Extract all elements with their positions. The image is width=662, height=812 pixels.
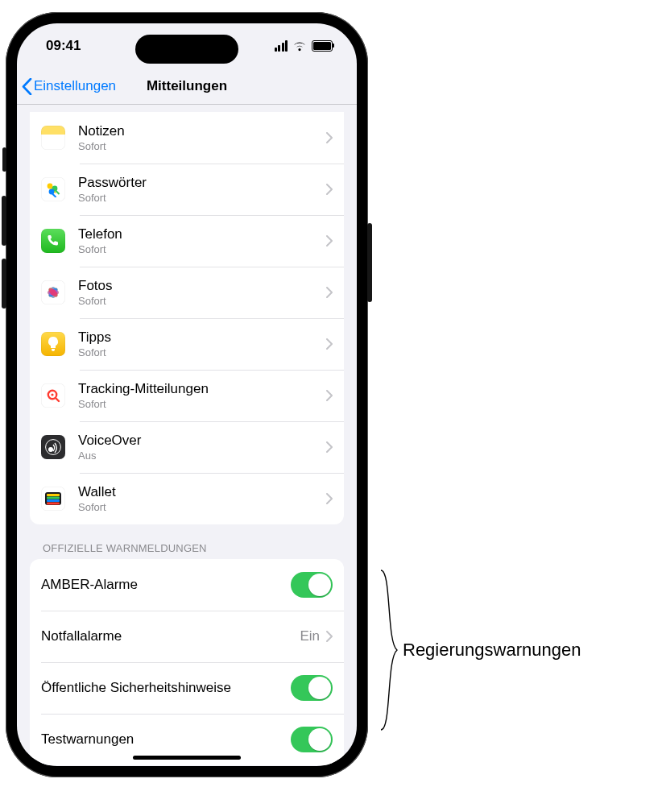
chevron-right-icon [326,287,333,298]
battery-icon [312,40,333,52]
app-row-notizen[interactable]: Notizen Sofort [30,112,344,164]
row-label: Öffentliche Sicherheitshinweise [41,677,291,699]
app-row-tipps[interactable]: Tipps Sofort [30,318,344,370]
public-safety-toggle[interactable] [291,675,333,701]
row-label: AMBER-Alarme [41,574,291,596]
voiceover-icon [41,435,65,459]
tracking-icon [41,383,65,408]
passwords-icon [41,177,65,201]
app-name: Telefon [78,226,326,242]
status-time: 09:41 [46,38,81,54]
app-status: Sofort [78,192,326,204]
app-row-voiceover[interactable]: VoiceOver Aus [30,421,344,473]
app-status: Aus [78,450,326,462]
settings-content: Notizen Sofort Passwörter Sofort [17,104,357,766]
app-row-wallet[interactable]: Wallet Sofort [30,473,344,524]
wifi-icon [292,41,307,52]
back-label: Einstellungen [34,78,116,94]
back-button[interactable]: Einstellungen [22,68,116,104]
app-name: Tracking-Mitteilungen [78,381,326,397]
app-name: Tipps [78,329,326,346]
annotation-callout: Regierungswarnungen [380,570,581,731]
dynamic-island [135,35,238,64]
row-label: Notfallalarme [41,625,300,648]
app-name: VoiceOver [78,433,326,449]
brace-icon [380,570,398,731]
svg-point-0 [48,184,53,189]
chevron-left-icon [22,78,32,95]
svg-rect-22 [47,503,60,505]
svg-point-4 [49,189,55,195]
row-amber-alerts: AMBER-Alarme [30,559,344,611]
app-name: Notizen [78,123,326,139]
app-status: Sofort [78,295,326,307]
app-status: Sofort [78,501,326,513]
app-name: Fotos [78,278,326,294]
svg-rect-21 [47,499,60,502]
volume-down-button [2,259,6,309]
chevron-right-icon [326,235,333,246]
power-button [367,223,372,302]
test-alerts-toggle[interactable] [291,727,333,752]
annotation-label: Regierungswarnungen [403,640,581,661]
app-name: Wallet [78,484,326,500]
amber-toggle[interactable] [291,572,333,598]
app-status: Sofort [78,346,326,358]
notes-icon [41,126,65,150]
svg-point-15 [51,393,53,396]
chevron-right-icon [326,441,333,453]
chevron-right-icon [326,493,333,504]
volume-up-button [2,196,6,246]
iphone-frame: 09:41 Einstellungen Mitteilungen [6,12,368,777]
app-row-passwoerter[interactable]: Passwörter Sofort [30,164,344,215]
row-emergency-alerts[interactable]: Notfallalarme Ein [30,611,344,662]
silence-switch [2,147,6,172]
app-row-telefon[interactable]: Telefon Sofort [30,215,344,267]
navigation-bar: Einstellungen Mitteilungen [17,68,357,105]
app-row-fotos[interactable]: Fotos Sofort [30,267,344,318]
app-row-tracking[interactable]: Tracking-Mitteilungen Sofort [30,370,344,421]
chevron-right-icon [326,184,333,195]
svg-point-16 [46,440,61,455]
alerts-group: AMBER-Alarme Notfallalarme Ein Öffentlic… [30,559,344,765]
tips-icon [41,332,65,356]
chevron-right-icon [326,390,333,401]
wallet-icon [41,487,65,511]
photos-icon [41,280,65,304]
chevron-right-icon [326,132,333,143]
row-value: Ein [300,628,320,644]
svg-point-17 [48,447,53,452]
chevron-right-icon [326,631,333,642]
cellular-icon [275,40,288,52]
page-title: Mitteilungen [147,78,227,94]
app-list-group: Notizen Sofort Passwörter Sofort [30,112,344,524]
phone-icon [41,229,65,253]
row-label: Testwarnungen [41,728,291,751]
chevron-right-icon [326,338,333,350]
svg-rect-5 [52,193,57,197]
svg-rect-20 [47,497,60,499]
alerts-section-header: Offizielle Warnmeldungen [43,542,331,554]
app-name: Passwörter [78,175,326,191]
app-status: Sofort [78,140,326,152]
row-public-safety: Öffentliche Sicherheitshinweise [30,662,344,714]
home-indicator[interactable] [133,756,241,760]
svg-rect-19 [47,494,60,496]
app-status: Sofort [78,398,326,410]
app-status: Sofort [78,243,326,255]
